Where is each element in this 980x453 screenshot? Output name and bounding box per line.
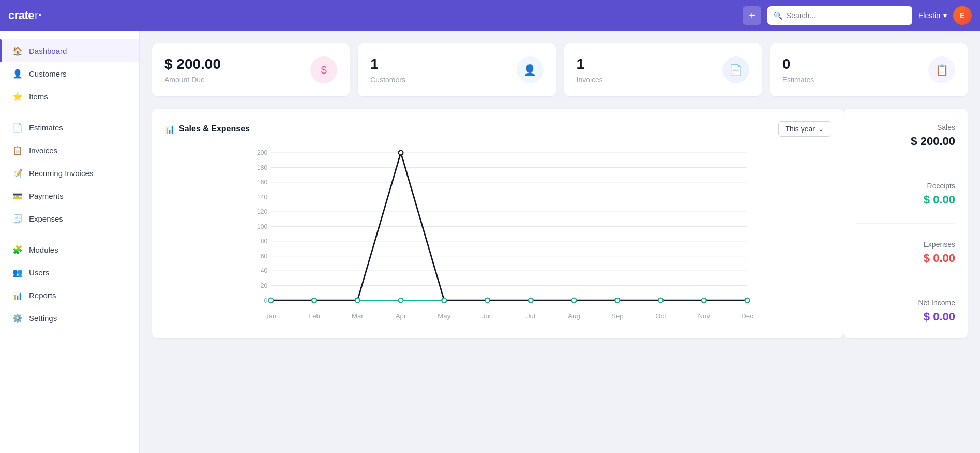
- svg-text:Jun: Jun: [482, 312, 493, 320]
- stat-icon-amount-due: $: [310, 56, 337, 83]
- svg-point-41: [572, 298, 577, 303]
- sidebar-label-estimates: Estimates: [29, 123, 63, 132]
- svg-text:Jan: Jan: [265, 312, 276, 320]
- user-name: Elestio: [918, 11, 940, 20]
- svg-text:Oct: Oct: [655, 312, 666, 320]
- receipts-label: Receipts: [856, 182, 955, 190]
- stat-card-left-amount-due: $ 200.00 Amount Due: [164, 56, 221, 84]
- svg-text:Sep: Sep: [611, 312, 623, 320]
- sidebar-item-reports[interactable]: 📊 Reports: [0, 284, 139, 306]
- sidebar-icon-items: ⭐: [12, 91, 23, 101]
- expenses-block: Expenses $ 0.00: [856, 240, 955, 265]
- stat-icon-estimates: 📋: [928, 56, 955, 83]
- sidebar-label-expenses: Expenses: [29, 214, 63, 223]
- sidebar-icon-modules: 🧩: [12, 244, 23, 255]
- search-input[interactable]: [787, 11, 906, 20]
- svg-point-39: [485, 298, 490, 303]
- sidebar-label-users: Users: [29, 268, 49, 277]
- stat-card-left-customers: 1 Customers: [370, 56, 405, 84]
- stats-row: $ 200.00 Amount Due $ 1 Customers 👤 1 In…: [152, 43, 968, 96]
- svg-point-44: [702, 298, 706, 303]
- receipts-block: Receipts $ 0.00: [856, 182, 955, 207]
- sales-chart: 020406080100120140160180200JanFebMarAprM…: [164, 147, 831, 323]
- sidebar-item-expenses[interactable]: 🧾 Expenses: [0, 207, 139, 230]
- svg-text:Jul: Jul: [526, 312, 535, 320]
- stat-value-estimates: 0: [782, 56, 814, 72]
- svg-text:May: May: [438, 312, 450, 320]
- sidebar-item-payments[interactable]: 💳 Payments: [0, 184, 139, 207]
- sidebar-label-customers: Customers: [29, 69, 67, 78]
- net-income-value: $ 0.00: [856, 310, 955, 324]
- user-menu-button[interactable]: Elestio ▾: [918, 11, 947, 20]
- sidebar-icon-users: 👥: [12, 267, 23, 277]
- sidebar-item-recurring-invoices[interactable]: 📝 Recurring Invoices: [0, 162, 139, 184]
- stat-value-invoices: 1: [577, 56, 603, 72]
- sidebar-icon-invoices: 📋: [12, 145, 23, 155]
- app-logo: crater·: [8, 9, 41, 22]
- stat-label-customers: Customers: [370, 76, 405, 84]
- sidebar-icon-reports: 📊: [12, 290, 23, 300]
- expenses-label: Expenses: [856, 240, 955, 249]
- user-avatar[interactable]: E: [953, 6, 972, 25]
- sales-block: Sales $ 200.00: [856, 123, 955, 148]
- svg-text:80: 80: [261, 238, 268, 245]
- stat-card-left-estimates: 0 Estimates: [782, 56, 814, 84]
- sidebar-label-dashboard: Dashboard: [29, 47, 67, 55]
- main-layout: 🏠 Dashboard 👤 Customers ⭐ Items 📄 Estima…: [0, 31, 980, 453]
- sidebar-label-reports: Reports: [29, 291, 56, 300]
- sidebar-icon-settings: ⚙️: [12, 313, 23, 323]
- svg-point-40: [529, 298, 533, 303]
- sidebar-item-dashboard[interactable]: 🏠 Dashboard: [0, 39, 139, 62]
- stat-card-left-invoices: 1 Invoices: [577, 56, 603, 84]
- chart-header: 📊 Sales & Expenses This year ⌄: [164, 121, 831, 137]
- sidebar-item-items[interactable]: ⭐ Items: [0, 85, 139, 108]
- stat-card-customers: 1 Customers 👤: [358, 43, 555, 96]
- net-income-block: Net Income $ 0.00: [856, 299, 955, 324]
- svg-point-43: [658, 298, 663, 303]
- sidebar-item-invoices[interactable]: 📋 Invoices: [0, 139, 139, 162]
- sidebar-item-customers[interactable]: 👤 Customers: [0, 62, 139, 85]
- expenses-value: $ 0.00: [856, 252, 955, 265]
- period-selector[interactable]: This year ⌄: [778, 121, 831, 137]
- sidebar-item-settings[interactable]: ⚙️ Settings: [0, 306, 139, 329]
- sidebar-label-items: Items: [29, 92, 48, 101]
- svg-point-45: [745, 298, 750, 303]
- svg-point-42: [615, 298, 620, 303]
- svg-point-36: [355, 298, 360, 303]
- net-income-label: Net Income: [856, 299, 955, 307]
- sidebar-label-recurring-invoices: Recurring Invoices: [29, 169, 93, 178]
- sidebar-label-modules: Modules: [29, 245, 58, 254]
- sidebar-icon-dashboard: 🏠: [12, 46, 23, 56]
- stat-label-estimates: Estimates: [782, 76, 814, 84]
- sidebar-item-estimates[interactable]: 📄 Estimates: [0, 116, 139, 139]
- svg-text:Apr: Apr: [396, 312, 406, 320]
- chart-container: 020406080100120140160180200JanFebMarAprM…: [164, 147, 831, 323]
- svg-text:140: 140: [257, 194, 267, 201]
- stat-card-invoices: 1 Invoices 📄: [564, 43, 762, 96]
- chart-card: 📊 Sales & Expenses This year ⌄ 020406080…: [152, 109, 843, 338]
- svg-point-25: [399, 151, 403, 155]
- svg-point-35: [312, 298, 316, 303]
- svg-text:Dec: Dec: [741, 312, 753, 320]
- chart-title-text: Sales & Expenses: [179, 124, 250, 134]
- svg-text:100: 100: [257, 223, 267, 230]
- sidebar-label-settings: Settings: [29, 314, 57, 323]
- svg-text:Mar: Mar: [352, 312, 364, 320]
- chevron-icon: ⌄: [818, 125, 824, 133]
- main-content: $ 200.00 Amount Due $ 1 Customers 👤 1 In…: [140, 31, 980, 453]
- sidebar-item-users[interactable]: 👥 Users: [0, 261, 139, 284]
- period-label: This year: [785, 125, 815, 133]
- svg-point-38: [442, 298, 446, 303]
- chart-section: 📊 Sales & Expenses This year ⌄ 020406080…: [152, 109, 968, 338]
- sidebar-item-modules[interactable]: 🧩 Modules: [0, 238, 139, 261]
- svg-text:20: 20: [261, 282, 268, 289]
- stat-value-amount-due: $ 200.00: [164, 56, 221, 72]
- sidebar-label-payments: Payments: [29, 192, 64, 200]
- svg-text:60: 60: [261, 253, 268, 260]
- sidebar-icon-customers: 👤: [12, 68, 23, 79]
- stat-value-customers: 1: [370, 56, 405, 72]
- stat-icon-invoices: 📄: [722, 56, 749, 83]
- right-panel: Sales $ 200.00 Receipts $ 0.00 Expenses …: [843, 109, 968, 338]
- chart-title: 📊 Sales & Expenses: [164, 124, 250, 134]
- add-button[interactable]: +: [743, 6, 761, 25]
